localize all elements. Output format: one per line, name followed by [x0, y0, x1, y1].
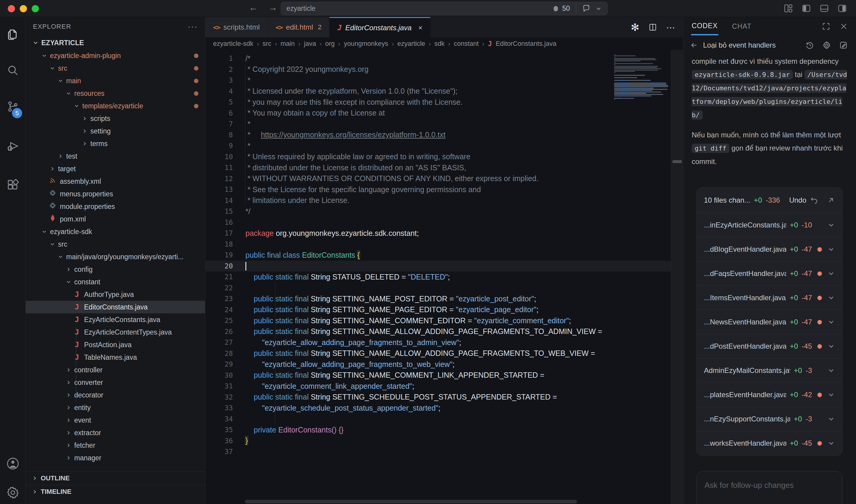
tree-item-resources[interactable]: resources	[26, 87, 205, 100]
toggle-sidebar-left-icon[interactable]	[802, 4, 811, 13]
tree-item-config[interactable]: config	[26, 263, 205, 276]
chevron-down-icon[interactable]	[827, 318, 835, 326]
new-chat-icon[interactable]	[839, 41, 848, 50]
tree-item-pom-xml[interactable]: pom.xml	[26, 213, 205, 226]
chevron-down-icon[interactable]	[827, 415, 835, 423]
code-line-10[interactable]: 10 * Unless required by applicable law o…	[205, 151, 683, 163]
explorer-more-actions-icon[interactable]: ···	[188, 22, 198, 32]
tree-item-ezyarticle-sdk[interactable]: ezyarticle-sdk	[26, 226, 205, 238]
tree-item-manager[interactable]: manager	[26, 452, 205, 464]
code-line-5[interactable]: 5 * you may not use this file except in …	[205, 97, 683, 108]
horizontal-scrollbar[interactable]	[245, 500, 577, 503]
extensions-icon[interactable]	[0, 179, 26, 193]
code-line-6[interactable]: 6 * You may obtain a copy of the License…	[205, 108, 683, 119]
code-line-7[interactable]: 7 *	[205, 119, 683, 130]
source-control-icon[interactable]: 5	[0, 100, 26, 113]
code-line-4[interactable]: 4 * Licensed under the ezyplatform, Vers…	[205, 86, 683, 97]
tree-item-fetcher[interactable]: fetcher	[26, 439, 205, 452]
changed-file-row[interactable]: ...dBlogEventHandler.java+0-47	[697, 237, 842, 261]
chevron-down-icon[interactable]	[827, 391, 835, 399]
changed-file-row[interactable]: ...ItemsEventHandler.java+0-47	[697, 286, 842, 310]
tree-item-extractor[interactable]: extractor	[26, 427, 205, 439]
editor-more-actions-icon[interactable]: ⋯	[666, 22, 675, 33]
open-external-icon[interactable]	[827, 196, 835, 204]
tab-chat[interactable]: CHAT	[731, 18, 752, 35]
tree-item-src[interactable]: src	[26, 62, 205, 74]
tree-item-main[interactable]: main	[26, 74, 205, 87]
undo-icon[interactable]	[810, 196, 818, 204]
outline-section[interactable]: OUTLINE	[26, 471, 205, 485]
back-arrow-icon[interactable]: ←	[247, 2, 259, 13]
breadcrumb-item[interactable]: constant	[454, 40, 479, 48]
tree-root[interactable]: EZYARTICLE	[26, 36, 205, 49]
breadcrumb-item[interactable]: src	[263, 40, 271, 48]
gear-icon[interactable]	[822, 41, 831, 50]
tree-item-entity[interactable]: entity	[26, 401, 205, 414]
tree-item-ezyarticleconstants-java[interactable]: JEzyArticleConstants.java	[26, 313, 205, 326]
code-line-20[interactable]: 20	[205, 261, 683, 272]
breadcrumb[interactable]: ezyarticle-sdk›src›main›java›org›youngmo…	[205, 37, 683, 50]
code-line-17[interactable]: 17package org.youngmonkeys.ezyarticle.sd…	[205, 228, 683, 239]
breadcrumb-item[interactable]: ezyarticle	[397, 40, 425, 48]
maximize-window-icon[interactable]	[32, 5, 39, 12]
undo-button[interactable]: Undo	[789, 194, 806, 207]
code-line-2[interactable]: 2 * Copyright 2022 youngmonkeys.org	[205, 64, 683, 75]
vertical-scrollbar[interactable]	[671, 50, 683, 504]
tree-item-decorator[interactable]: decorator	[26, 389, 205, 401]
forward-arrow-icon[interactable]: →	[267, 2, 279, 13]
chevron-down-icon[interactable]	[827, 439, 835, 447]
code-line-26[interactable]: 26 public static final String SETTING_NA…	[205, 326, 683, 337]
breadcrumb-item[interactable]: ezyarticle-sdk	[213, 40, 253, 48]
openai-logo-icon[interactable]: ✻	[631, 21, 640, 33]
toggle-panel-bottom-icon[interactable]	[820, 4, 829, 13]
chevron-down-icon[interactable]	[827, 342, 835, 350]
code-line-8[interactable]: 8 * https://youngmonkeys.org/licenses/ez…	[205, 130, 683, 141]
code-line-19[interactable]: 19public final class EditorConstants {	[205, 250, 683, 261]
code-line-35[interactable]: 35 private EditorConstants() {}	[205, 425, 683, 435]
code-line-14[interactable]: 14 * limitations under the License.	[205, 195, 683, 206]
changed-file-row[interactable]: ...dFaqsEventHandler.java+0-47	[697, 261, 842, 286]
tab-edit-html[interactable]: <>edit.html2	[268, 17, 329, 37]
close-tab-icon[interactable]: ×	[418, 24, 422, 32]
chevron-down-icon[interactable]	[827, 221, 835, 229]
code-line-28[interactable]: 28 public static final String SETTING_NA…	[205, 348, 683, 359]
tree-item-menus-properties[interactable]: menus.properties	[26, 188, 205, 200]
tree-item-ezyarticlecontenttypes-java[interactable]: JEzyArticleContentTypes.java	[26, 326, 205, 339]
tree-item-controller[interactable]: controller	[26, 364, 205, 376]
minimap[interactable]	[614, 54, 668, 102]
code-line-25[interactable]: 25 public static final String SETTING_NA…	[205, 315, 683, 326]
tree-item-event[interactable]: event	[26, 414, 205, 427]
tab-editorconstants-java[interactable]: JEditorConstants.java×	[329, 17, 430, 37]
tree-item-target[interactable]: target	[26, 163, 205, 175]
code-line-24[interactable]: 24 public static final String SETTING_NA…	[205, 304, 683, 316]
code-line-21[interactable]: 21 public static final String STATUS_DEL…	[205, 271, 683, 283]
code-line-29[interactable]: 29 "ezyarticle_allow_adding_page_fragmen…	[205, 359, 683, 370]
tab-codex[interactable]: CODEX	[691, 18, 718, 35]
code-line-32[interactable]: 32 public static final String SETTING_SC…	[205, 392, 683, 403]
tree-item-converter[interactable]: converter	[26, 376, 205, 389]
breadcrumb-item[interactable]: main	[281, 40, 295, 48]
thread-title[interactable]: Loại bỏ event handlers	[703, 41, 801, 49]
command-center-search[interactable]: ezyarticle 50	[281, 2, 608, 15]
timeline-section[interactable]: TIMELINE	[26, 485, 205, 498]
breadcrumb-item[interactable]: java	[304, 40, 316, 48]
changed-file-row[interactable]: ...nEzySupportConstants.java+0-3	[697, 407, 842, 431]
code-line-12[interactable]: 12 * WITHOUT WARRANTIES OR CONDITIONS OF…	[205, 173, 683, 184]
code-line-18[interactable]: 18	[205, 239, 683, 250]
code-line-22[interactable]: 22	[205, 283, 683, 293]
close-window-icon[interactable]	[8, 5, 15, 12]
tree-item-test[interactable]: test	[26, 150, 205, 163]
changed-file-row[interactable]: ...inEzyArticleConstants.java+0-10	[697, 213, 842, 237]
settings-gear-icon[interactable]	[0, 486, 26, 500]
tree-item-src[interactable]: src	[26, 238, 205, 251]
changed-file-row[interactable]: AdminEzyMailConstants.java+0-3	[697, 358, 842, 382]
breadcrumb-item[interactable]: EditorConstants.java	[496, 40, 556, 48]
code-line-31[interactable]: 31 "ezyarticle_comment_link_appender_sta…	[205, 381, 683, 392]
code-line-33[interactable]: 33 "ezyarticle_schedule_post_status_appe…	[205, 402, 683, 414]
breadcrumb-item[interactable]: sdk	[434, 40, 444, 48]
chevron-down-icon[interactable]	[827, 270, 835, 277]
code-line-13[interactable]: 13 * See the License for the specific la…	[205, 184, 683, 195]
chevron-down-icon[interactable]	[827, 367, 835, 374]
close-icon[interactable]	[840, 22, 848, 31]
tree-item-main-java-org-youngmonkeys-ezyarti-[interactable]: main/java/org/youngmonkeys/ezyarti...	[26, 251, 205, 263]
